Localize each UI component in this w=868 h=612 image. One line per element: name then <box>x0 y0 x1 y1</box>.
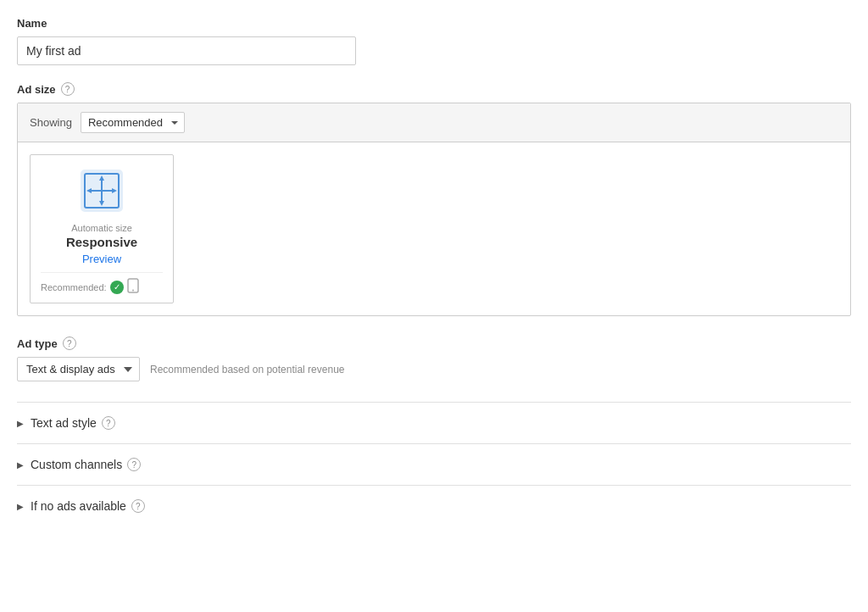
responsive-ad-card[interactable]: Automatic size Responsive Preview Recomm… <box>30 154 174 303</box>
ad-type-dropdown[interactable]: Text & display ads Display ads only Text… <box>17 357 140 381</box>
ad-size-header: Showing Recommended All sizes <box>18 103 850 142</box>
custom-channels-section: ▶ Custom channels ? <box>17 443 851 485</box>
recommended-check-icon: ✓ <box>110 281 124 294</box>
ad-size-label-text: Ad size <box>17 83 56 96</box>
ad-size-section: Ad size ? Showing Recommended All sizes <box>17 82 851 316</box>
name-section: Name <box>17 17 851 65</box>
custom-channels-help-icon[interactable]: ? <box>127 458 141 471</box>
if-no-ads-section: ▶ If no ads available ? <box>17 485 851 526</box>
ad-type-help-icon[interactable]: ? <box>63 337 76 350</box>
ad-type-label-text: Ad type <box>17 337 58 350</box>
if-no-ads-label: If no ads available <box>31 499 126 513</box>
custom-channels-arrow: ▶ <box>17 460 24 470</box>
text-ad-style-header[interactable]: ▶ Text ad style ? <box>17 416 851 430</box>
responsive-icon <box>76 165 127 216</box>
ad-type-controls: Text & display ads Display ads only Text… <box>17 357 851 381</box>
recommended-label-text: Recommended: <box>41 282 107 292</box>
name-label: Name <box>17 17 851 30</box>
text-ad-style-label: Text ad style <box>31 416 97 430</box>
custom-channels-label: Custom channels <box>31 458 122 471</box>
showing-label: Showing <box>30 116 72 129</box>
name-label-text: Name <box>17 17 47 30</box>
mobile-icon <box>127 278 139 296</box>
ad-type-section: Ad type ? Text & display ads Display ads… <box>17 337 851 381</box>
if-no-ads-help-icon[interactable]: ? <box>131 499 145 513</box>
ad-type-recommendation: Recommended based on potential revenue <box>150 364 345 376</box>
ad-card-recommended-row: Recommended: ✓ <box>41 272 163 296</box>
ad-size-dropdown[interactable]: Recommended All sizes <box>81 112 185 133</box>
ad-card-title: Responsive <box>41 235 163 249</box>
ad-card-subtitle: Automatic size <box>41 223 163 233</box>
ad-size-help-icon[interactable]: ? <box>61 82 75 96</box>
custom-channels-header[interactable]: ▶ Custom channels ? <box>17 458 851 471</box>
ad-size-label: Ad size ? <box>17 82 851 96</box>
ad-size-content: Automatic size Responsive Preview Recomm… <box>18 142 850 315</box>
text-ad-style-help-icon[interactable]: ? <box>102 416 115 430</box>
ad-card-preview-link[interactable]: Preview <box>41 253 163 265</box>
ad-size-box: Showing Recommended All sizes <box>17 103 851 316</box>
name-input[interactable] <box>17 36 356 65</box>
svg-point-9 <box>132 290 134 292</box>
ad-type-label: Ad type ? <box>17 337 851 350</box>
if-no-ads-arrow: ▶ <box>17 502 24 511</box>
if-no-ads-header[interactable]: ▶ If no ads available ? <box>17 499 851 513</box>
text-ad-style-arrow: ▶ <box>17 419 24 428</box>
text-ad-style-section: ▶ Text ad style ? <box>17 402 851 443</box>
ad-type-select-wrapper: Text & display ads Display ads only Text… <box>17 357 140 381</box>
